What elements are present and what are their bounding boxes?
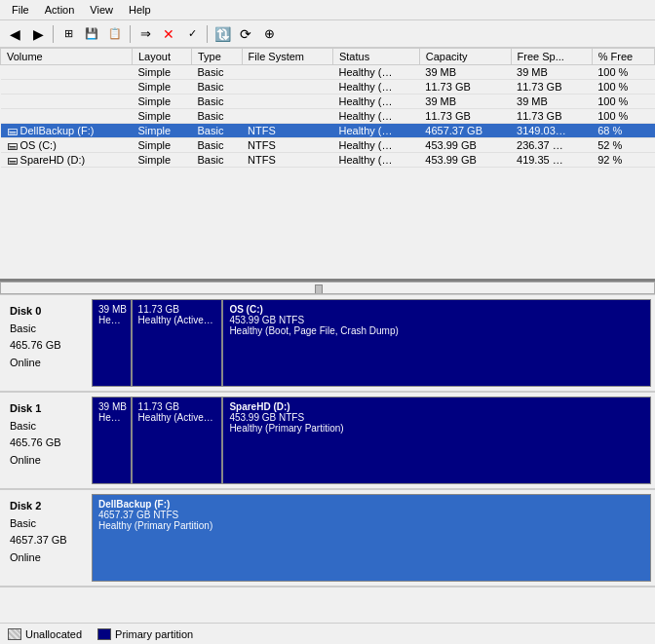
disk-partition[interactable]: 39 MBHealthy <box>93 398 133 483</box>
disk-row: Disk 0Basic465.76 GBOnline39 MBHealthy11… <box>0 295 655 393</box>
partition-size: 11.73 GB <box>138 304 216 315</box>
col-filesystem: File System <box>242 49 332 65</box>
toolbar-back[interactable]: ◀ <box>4 23 25 45</box>
legend-primary: Primary partition <box>97 628 193 640</box>
col-volume: Volume <box>1 49 133 65</box>
disk-label: Disk 0Basic465.76 GBOnline <box>4 299 92 387</box>
disk-icon: 🖴 <box>7 125 20 136</box>
partition-status: Healthy (Primary Partition) <box>98 520 644 531</box>
disk-panel: Disk 0Basic465.76 GBOnline39 MBHealthy11… <box>0 295 655 627</box>
legend: Unallocated Primary partition <box>0 623 655 644</box>
disk-label: Disk 2Basic4657.37 GBOnline <box>4 494 92 582</box>
app-window: File Action View Help ◀ ▶ ⊞ 💾 📋 ⇒ ✕ ✓ 🔃 … <box>0 0 655 627</box>
toolbar-check[interactable]: ✓ <box>181 23 203 45</box>
legend-unallocated-label: Unallocated <box>25 628 82 640</box>
partition-status: Healthy (Boot, Page File, Crash Dump) <box>229 325 644 336</box>
volume-panel: Volume Layout Type File System Status Ca… <box>0 48 655 282</box>
disk-partition[interactable]: 11.73 GBHealthy (Active, Recovery) <box>133 300 224 386</box>
partition-name: OS (C:) <box>229 304 644 315</box>
disk-partitions: 39 MBHealthy11.73 GBHealthy (Active, Rec… <box>92 299 651 387</box>
partition-name: SpareHD (D:) <box>229 401 644 412</box>
menu-help[interactable]: Help <box>121 2 159 18</box>
disk-label: Disk 1Basic465.76 GBOnline <box>4 397 92 484</box>
toolbar-connect[interactable]: ⇒ <box>135 23 156 45</box>
partition-status: Healthy (Primary Partition) <box>229 423 644 434</box>
col-capacity: Capacity <box>419 49 511 65</box>
legend-primary-box <box>97 628 111 640</box>
disk-partition[interactable]: DellBackup (F:)4657.37 GB NTFSHealthy (P… <box>93 495 650 581</box>
toolbar-refresh2[interactable]: ⟳ <box>235 23 256 45</box>
toolbar-refresh1[interactable]: 🔃 <box>212 23 233 45</box>
menu-action[interactable]: Action <box>37 2 83 18</box>
table-row[interactable]: 🖴 SpareHD (D:)SimpleBasicNTFSHealthy (…4… <box>1 153 655 168</box>
table-row[interactable]: SimpleBasicHealthy (…11.73 GB11.73 GB100… <box>1 80 655 95</box>
partition-status: Healthy <box>98 315 125 325</box>
legend-unallocated-box <box>8 628 21 640</box>
menubar: File Action View Help <box>0 0 655 20</box>
col-freespace: Free Sp... <box>511 49 592 65</box>
disk-row: Disk 2Basic4657.37 GBOnlineDellBackup (F… <box>0 490 655 587</box>
partition-size: 453.99 GB NTFS <box>229 412 644 423</box>
toolbar-forward[interactable]: ▶ <box>27 23 49 45</box>
hscrollbar[interactable] <box>0 282 655 295</box>
table-row[interactable]: SimpleBasicHealthy (…39 MB39 MB100 % <box>1 95 655 109</box>
disk-partition[interactable]: 11.73 GBHealthy (Active, Recovery) <box>133 398 224 483</box>
toolbar-add[interactable]: ⊕ <box>258 23 280 45</box>
legend-unallocated: Unallocated <box>8 628 82 640</box>
partition-status: Healthy <box>98 412 125 423</box>
table-row[interactable]: 🖴 DellBackup (F:)SimpleBasicNTFSHealthy … <box>1 124 655 138</box>
table-row[interactable]: 🖴 OS (C:)SimpleBasicNTFSHealthy (…453.99… <box>1 138 655 153</box>
disk-row: Disk 1Basic465.76 GBOnline39 MBHealthy11… <box>0 393 655 490</box>
col-layout: Layout <box>133 49 192 65</box>
toolbar-btn2[interactable]: 💾 <box>81 23 102 45</box>
main-container: Volume Layout Type File System Status Ca… <box>0 48 655 627</box>
disk-partition[interactable]: SpareHD (D:)453.99 GB NTFSHealthy (Prima… <box>223 398 650 483</box>
toolbar-cancel[interactable]: ✕ <box>158 23 179 45</box>
disk-partitions: 39 MBHealthy11.73 GBHealthy (Active, Rec… <box>92 397 651 484</box>
table-row[interactable]: SimpleBasicHealthy (…11.73 GB11.73 GB100… <box>1 109 655 124</box>
toolbar: ◀ ▶ ⊞ 💾 📋 ⇒ ✕ ✓ 🔃 ⟳ ⊕ <box>0 20 655 48</box>
col-type: Type <box>192 49 243 65</box>
partition-name: DellBackup (F:) <box>98 499 644 510</box>
disk-icon: 🖴 <box>7 154 20 166</box>
table-row[interactable]: SimpleBasicHealthy (…39 MB39 MB100 % <box>1 65 655 80</box>
partition-size: 11.73 GB <box>138 401 216 412</box>
disk-icon: 🖴 <box>7 139 20 151</box>
menu-file[interactable]: File <box>4 2 37 18</box>
col-status: Status <box>332 49 419 65</box>
partition-size: 39 MB <box>98 304 125 315</box>
partition-status: Healthy (Active, Recovery) <box>138 315 216 325</box>
disk-partition[interactable]: OS (C:)453.99 GB NTFSHealthy (Boot, Page… <box>223 300 650 386</box>
legend-primary-label: Primary partition <box>115 628 193 640</box>
disk-partitions: DellBackup (F:)4657.37 GB NTFSHealthy (P… <box>92 494 651 582</box>
partition-size: 39 MB <box>98 401 125 412</box>
toolbar-btn3[interactable]: 📋 <box>104 23 126 45</box>
partition-status: Healthy (Active, Recovery) <box>138 412 216 423</box>
disk-partition[interactable]: 39 MBHealthy <box>93 300 133 386</box>
col-pctfree: % Free <box>592 49 654 65</box>
partition-size: 4657.37 GB NTFS <box>98 510 644 520</box>
partition-size: 453.99 GB NTFS <box>229 315 644 325</box>
toolbar-btn1[interactable]: ⊞ <box>58 23 79 45</box>
menu-view[interactable]: View <box>82 2 121 18</box>
